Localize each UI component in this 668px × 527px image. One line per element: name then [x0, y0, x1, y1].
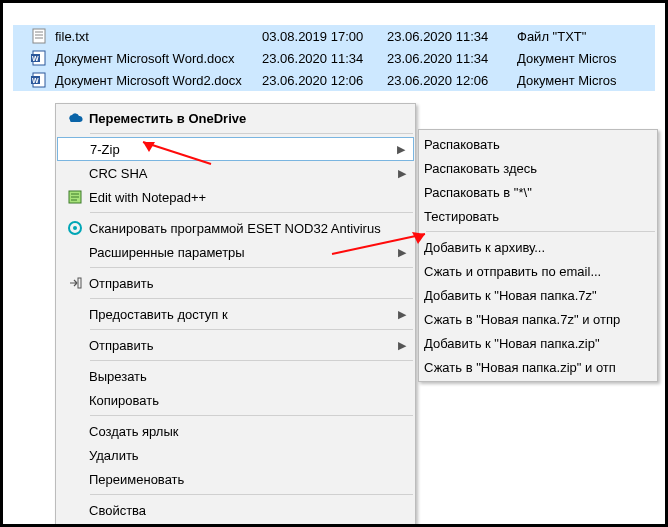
menu-label: Переименовать: [89, 472, 406, 487]
menu-label: CRC SHA: [89, 166, 392, 181]
menu-test[interactable]: Тестировать: [420, 204, 656, 228]
menu-eset[interactable]: Сканировать программой ESET NOD32 Antivi…: [57, 216, 414, 240]
menu-label: 7-Zip: [90, 142, 391, 157]
svg-rect-16: [78, 278, 81, 288]
svg-point-15: [73, 226, 77, 230]
file-name: Документ Microsoft Word2.docx: [55, 73, 262, 88]
menu-label: Добавить к "Новая папка.7z": [424, 288, 648, 303]
menu-label: Копировать: [89, 393, 406, 408]
file-name: file.txt: [55, 29, 262, 44]
file-name: Документ Microsoft Word.docx: [55, 51, 262, 66]
context-menu: Переместить в OneDrive 7-Zip ▶ CRC SHA ▶…: [55, 103, 416, 525]
file-row[interactable]: W Документ Microsoft Word.docx 23.06.202…: [13, 47, 655, 69]
file-date1: 03.08.2019 17:00: [262, 29, 387, 44]
menu-compress7zmail[interactable]: Сжать в "Новая папка.7z" и отпр: [420, 307, 656, 331]
sevenzip-submenu: Распаковать Распаковать здесь Распаковат…: [418, 129, 658, 382]
menu-label: Переместить в OneDrive: [89, 111, 406, 126]
menu-label: Удалить: [89, 448, 406, 463]
file-type: Документ Micros: [517, 73, 637, 88]
menu-cut[interactable]: Вырезать: [57, 364, 414, 388]
menu-label: Распаковать здесь: [424, 161, 648, 176]
menu-label: Сжать в "Новая папка.7z" и отпр: [424, 312, 648, 327]
chevron-right-icon: ▶: [398, 246, 406, 259]
menu-label: Расширенные параметры: [89, 245, 392, 260]
file-date1: 23.06.2020 11:34: [262, 51, 387, 66]
svg-text:W: W: [32, 55, 39, 62]
file-type: Документ Micros: [517, 51, 637, 66]
menu-label: Добавить к архиву...: [424, 240, 648, 255]
onedrive-icon: [61, 112, 89, 124]
menu-shareaccess[interactable]: Предоставить доступ к ▶: [57, 302, 414, 326]
separator: [90, 329, 413, 330]
chevron-right-icon: ▶: [398, 308, 406, 321]
menu-properties[interactable]: Свойства: [57, 498, 414, 522]
menu-sendto[interactable]: Отправить: [57, 271, 414, 295]
menu-addzip[interactable]: Добавить к "Новая папка.zip": [420, 331, 656, 355]
menu-copy[interactable]: Копировать: [57, 388, 414, 412]
file-row[interactable]: file.txt 03.08.2019 17:00 23.06.2020 11:…: [13, 25, 655, 47]
chevron-right-icon: ▶: [398, 339, 406, 352]
menu-extracthere[interactable]: Распаковать здесь: [420, 156, 656, 180]
file-list: file.txt 03.08.2019 17:00 23.06.2020 11:…: [13, 25, 655, 91]
chevron-right-icon: ▶: [397, 143, 405, 156]
menu-label: Свойства: [89, 503, 406, 518]
menu-label: Отправить: [89, 276, 406, 291]
docx-icon: W: [31, 50, 49, 66]
menu-extract[interactable]: Распаковать: [420, 132, 656, 156]
menu-label: Добавить к "Новая папка.zip": [424, 336, 648, 351]
file-date2: 23.06.2020 11:34: [387, 29, 517, 44]
menu-label: Сканировать программой ESET NOD32 Antivi…: [89, 221, 406, 236]
txt-icon: [31, 28, 49, 44]
share-icon: [61, 275, 89, 291]
menu-advparams[interactable]: Расширенные параметры ▶: [57, 240, 414, 264]
file-date2: 23.06.2020 11:34: [387, 51, 517, 66]
svg-rect-0: [33, 29, 45, 43]
menu-sendto2[interactable]: Отправить ▶: [57, 333, 414, 357]
menu-label: Отправить: [89, 338, 392, 353]
separator: [90, 267, 413, 268]
svg-text:W: W: [32, 77, 39, 84]
eset-icon: [61, 220, 89, 236]
file-type: Файл "TXT": [517, 29, 637, 44]
menu-delete[interactable]: Удалить: [57, 443, 414, 467]
menu-add7z[interactable]: Добавить к "Новая папка.7z": [420, 283, 656, 307]
menu-onedrive[interactable]: Переместить в OneDrive: [57, 106, 414, 130]
menu-editnpp[interactable]: Edit with Notepad++: [57, 185, 414, 209]
menu-label: Вырезать: [89, 369, 406, 384]
menu-rename[interactable]: Переименовать: [57, 467, 414, 491]
file-date1: 23.06.2020 12:06: [262, 73, 387, 88]
menu-label: Тестировать: [424, 209, 648, 224]
menu-label: Создать ярлык: [89, 424, 406, 439]
menu-compressmail[interactable]: Сжать и отправить по email...: [420, 259, 656, 283]
separator: [90, 133, 413, 134]
menu-label: Сжать в "Новая папка.zip" и отп: [424, 360, 648, 375]
menu-addarchive[interactable]: Добавить к архиву...: [420, 235, 656, 259]
menu-crcsha[interactable]: CRC SHA ▶: [57, 161, 414, 185]
separator: [90, 212, 413, 213]
chevron-right-icon: ▶: [398, 167, 406, 180]
menu-extractto[interactable]: Распаковать в "*\": [420, 180, 656, 204]
menu-label: Распаковать: [424, 137, 648, 152]
menu-7zip[interactable]: 7-Zip ▶: [57, 137, 414, 161]
notepadpp-icon: [61, 189, 89, 205]
menu-shortcut[interactable]: Создать ярлык: [57, 419, 414, 443]
menu-compresszipmail[interactable]: Сжать в "Новая папка.zip" и отп: [420, 355, 656, 379]
separator: [426, 231, 655, 232]
file-date2: 23.06.2020 12:06: [387, 73, 517, 88]
separator: [90, 415, 413, 416]
separator: [90, 494, 413, 495]
menu-label: Edit with Notepad++: [89, 190, 406, 205]
menu-label: Сжать и отправить по email...: [424, 264, 648, 279]
docx-icon: W: [31, 72, 49, 88]
separator: [90, 298, 413, 299]
separator: [90, 360, 413, 361]
menu-label: Распаковать в "*\": [424, 185, 648, 200]
file-row[interactable]: W Документ Microsoft Word2.docx 23.06.20…: [13, 69, 655, 91]
menu-label: Предоставить доступ к: [89, 307, 392, 322]
